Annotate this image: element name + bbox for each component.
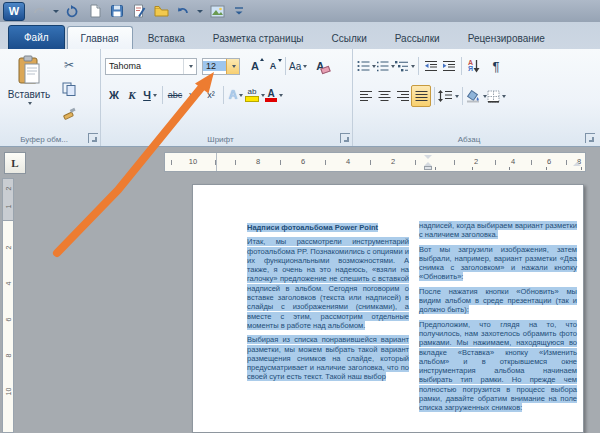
align-left-icon — [360, 90, 373, 102]
tab-file[interactable]: Файл — [8, 25, 65, 50]
doc-paragraph[interactable]: Предположим, что глядя на то, что получи… — [419, 320, 577, 413]
increase-indent-icon — [442, 60, 456, 72]
align-right-button[interactable] — [393, 86, 411, 106]
right-indent-marker[interactable] — [573, 162, 581, 166]
tab-review[interactable]: Рецензирование — [455, 27, 558, 50]
doc-heading[interactable]: Надписи фотоальбома Power Point — [247, 223, 409, 232]
ribbon-tabs: Файл Главная Вставка Разметка страницы С… — [0, 22, 600, 50]
ruler-number: 8 — [256, 157, 260, 166]
ruler-number: 2 — [5, 243, 12, 253]
bold-button[interactable]: Ж — [105, 85, 123, 105]
tab-insert[interactable]: Вставка — [135, 27, 198, 50]
paste-dropdown-icon[interactable] — [28, 102, 32, 105]
show-marks-button[interactable]: ¶ — [487, 56, 505, 76]
numbering-button[interactable] — [376, 56, 395, 76]
redo-icon-disabled — [31, 3, 47, 19]
horizontal-ruler: 10 8 6 4 2 2 4 6 8 — [164, 152, 586, 172]
document-page[interactable]: Надписи фотоальбома Power Point Итак, мы… — [192, 184, 584, 433]
tab-references[interactable]: Ссылки — [319, 27, 380, 50]
superscript-button[interactable]: x² — [202, 85, 220, 105]
ruler-number: 6 — [301, 157, 305, 166]
clear-formatting-button[interactable]: А — [311, 56, 329, 76]
align-left-button[interactable] — [357, 86, 375, 106]
underline-button[interactable]: Ч — [141, 85, 159, 105]
decrease-indent-button[interactable] — [422, 56, 440, 76]
save-icon[interactable] — [109, 3, 125, 19]
multilevel-list-button[interactable] — [395, 56, 415, 76]
format-painter-button[interactable] — [58, 103, 80, 123]
italic-button[interactable]: К — [123, 85, 141, 105]
doc-paragraph[interactable]: Выбирая из списка понравившейся вариант … — [247, 335, 409, 381]
highlight-swatch — [245, 96, 259, 102]
line-spacing-button[interactable] — [438, 86, 459, 106]
font-dialog-launcher-icon[interactable] — [340, 133, 350, 143]
text-column-1[interactable]: Надписи фотоальбома Power Point Итак, мы… — [247, 223, 409, 387]
quick-access-toolbar: W — [0, 2, 247, 21]
ruler-number: 2 — [474, 157, 478, 166]
open-folder-icon[interactable] — [153, 3, 169, 19]
insert-picture-icon[interactable] — [209, 3, 225, 19]
font-size-combobox[interactable]: 12 — [202, 58, 240, 75]
font-color-button[interactable]: А — [265, 85, 283, 105]
doc-paragraph[interactable]: После нажатия кнопки «Обновить» мы видим… — [419, 287, 577, 315]
justify-button[interactable] — [411, 85, 431, 107]
left-indent-marker[interactable] — [424, 166, 432, 170]
customize-qat-icon[interactable] — [231, 3, 247, 19]
new-document-icon[interactable] — [87, 3, 103, 19]
ruler-number: 10 — [189, 157, 197, 166]
ruler-number: 6 — [5, 315, 12, 325]
tab-selector[interactable]: L — [4, 152, 26, 174]
copy-button[interactable] — [58, 79, 80, 99]
bullets-button[interactable] — [357, 56, 376, 76]
clipboard-dialog-launcher-icon[interactable] — [88, 133, 98, 143]
font-group-label: Шрифт — [101, 135, 340, 144]
borders-button[interactable] — [487, 86, 506, 106]
spelling-icon[interactable] — [131, 3, 147, 19]
font-name-combobox[interactable]: Tahoma — [105, 58, 197, 75]
text-column-2[interactable]: надписей, когда выбираем вариант разметк… — [419, 221, 577, 418]
undo-icon[interactable] — [175, 3, 191, 19]
format-painter-icon — [62, 106, 76, 120]
ribbon: Вставить ✂ Буфер обм... Tahoma — [0, 49, 600, 147]
change-case-button[interactable]: Аа — [289, 56, 307, 76]
strikethrough-button[interactable]: abc — [166, 85, 184, 105]
doc-paragraph[interactable]: Итак, мы рассмотрели инструментарий фото… — [247, 237, 409, 330]
ruler-number: 10 — [5, 387, 12, 397]
ruler-number: 4 — [346, 157, 350, 166]
sort-arrow-icon — [473, 60, 480, 73]
group-font: Tahoma 12 А А Аа — [101, 49, 353, 146]
ruler-number: 1 — [5, 202, 12, 212]
doc-paragraph[interactable]: Вот мы загрузили изображения, затем выбр… — [419, 245, 577, 282]
undo-dropdown-icon[interactable] — [197, 10, 203, 13]
doc-paragraph[interactable]: надписей, когда выбираем вариант разметк… — [419, 221, 577, 240]
increase-indent-button[interactable] — [440, 56, 458, 76]
paragraph-dialog-launcher-icon[interactable] — [585, 133, 595, 143]
tab-page-layout[interactable]: Разметка страницы — [200, 27, 317, 50]
numbering-icon — [376, 60, 389, 72]
repeat-icon[interactable] — [65, 3, 81, 19]
shrink-font-button[interactable]: А — [264, 56, 282, 76]
grow-font-button[interactable]: А — [246, 56, 264, 76]
line-spacing-icon — [438, 90, 453, 102]
highlight-color-button[interactable]: ab — [245, 85, 265, 105]
sort-button[interactable]: А Я — [465, 56, 483, 76]
shading-button[interactable] — [466, 86, 487, 106]
first-line-indent-marker[interactable] — [424, 155, 432, 159]
text-effects-button[interactable]: А — [227, 85, 245, 105]
font-name-dropdown-icon[interactable] — [183, 59, 196, 74]
font-size-dropdown-icon[interactable] — [226, 59, 239, 74]
tab-home[interactable]: Главная — [67, 26, 133, 50]
scissors-icon: ✂ — [64, 58, 74, 72]
paste-button[interactable]: Вставить — [6, 55, 52, 131]
subscript-button[interactable]: x₂ — [184, 85, 202, 105]
align-center-icon — [378, 90, 391, 102]
tab-mailings[interactable]: Рассылки — [382, 27, 453, 50]
group-paragraph: А Я ¶ — [353, 49, 597, 146]
align-center-button[interactable] — [375, 86, 393, 106]
cut-button[interactable]: ✂ — [58, 55, 80, 75]
paragraph-group-label: Абзац — [353, 135, 585, 144]
word-logo-icon[interactable]: W — [3, 2, 25, 21]
paste-label: Вставить — [8, 89, 50, 100]
eraser-icon — [321, 66, 332, 75]
decrease-indent-icon — [424, 60, 438, 72]
